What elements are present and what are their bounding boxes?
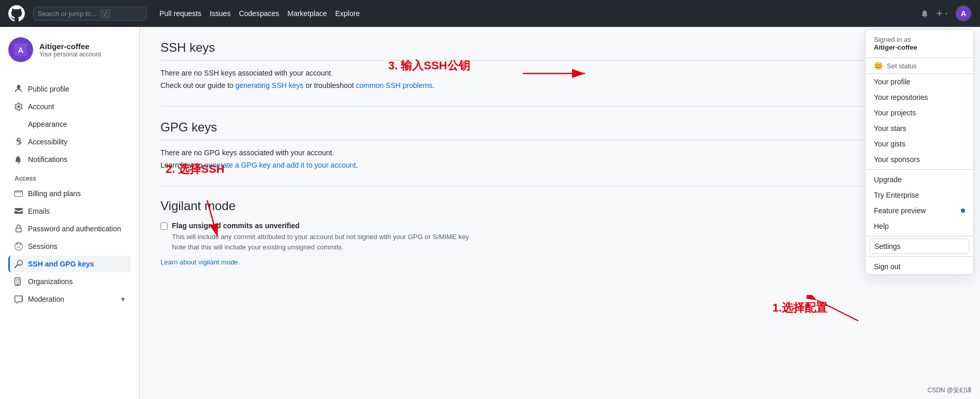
sidebar-item-sessions[interactable]: Sessions (8, 238, 131, 255)
divider-ssh-gpg (160, 106, 959, 107)
dropdown-username: Aitiger-coffee (874, 43, 965, 51)
dropdown-items-group1: Your profile Your repositories Your proj… (866, 74, 973, 167)
sidebar-item-password[interactable]: Password and authentication (8, 220, 131, 237)
help-item[interactable]: Help (866, 218, 973, 234)
sidebar-item-moderation[interactable]: Moderation ▾ (8, 291, 131, 307)
nav-issues[interactable]: Issues (210, 9, 230, 18)
dropdown-divider-2 (866, 236, 973, 237)
item-label: Help (874, 222, 889, 230)
sidebar-item-public-profile[interactable]: Public profile (8, 81, 131, 97)
gpg-title: GPG keys (160, 120, 217, 135)
footer-credit: CSDN @安幻译 (927, 386, 972, 395)
dropdown-header: Signed in as Aitiger-coffee (866, 29, 973, 58)
vigilant-text: Flag unsigned commits as unverified This… (172, 221, 470, 252)
sidebar-item-billing[interactable]: Billing and plans (8, 185, 131, 202)
topnav: Search or jump to... / Pull requests Iss… (0, 0, 980, 27)
vigilant-checkbox-label[interactable]: Flag unsigned commits as unverified This… (160, 221, 959, 252)
vigilant-learn: Learn about vigilant mode. (160, 258, 959, 266)
settings-item[interactable]: Settings (870, 239, 969, 254)
paintbrush-icon (14, 120, 23, 128)
vigilant-desc1: This will include any commit attributed … (172, 233, 470, 241)
organization-icon (14, 277, 23, 286)
sidebar-item-label: Billing and plans (28, 189, 81, 198)
your-gists-item[interactable]: Your gists (866, 136, 973, 152)
nav-explore[interactable]: Explore (335, 9, 360, 18)
gear-icon (14, 102, 23, 111)
github-logo[interactable] (8, 5, 25, 22)
topnav-links: Pull requests Issues Codespaces Marketpl… (159, 9, 360, 18)
sidebar-item-label: Moderation (28, 295, 64, 303)
your-projects-item[interactable]: Your projects (866, 105, 973, 121)
ssh-problems-link[interactable]: common SSH problems (356, 81, 432, 90)
key-icon (14, 260, 23, 268)
ssh-section-header: SSH keys New SSH key (160, 39, 959, 61)
sidebar-item-accessibility[interactable]: Accessibility (8, 134, 131, 150)
signed-in-label: Signed in as (874, 36, 911, 43)
ssh-guide-text: Check out our guide to generating SSH ke… (160, 81, 959, 90)
dropdown-divider-3 (866, 256, 973, 257)
sidebar-item-account[interactable]: Account (8, 98, 131, 115)
dropdown-divider-1 (866, 169, 973, 170)
your-sponsors-item[interactable]: Your sponsors (866, 152, 973, 167)
sidebar-item-emails[interactable]: Emails (8, 203, 131, 219)
search-box[interactable]: Search or jump to... / (33, 7, 147, 21)
item-label: Upgrade (874, 175, 902, 184)
user-dropdown-menu: Signed in as Aitiger-coffee 😊 Set status… (865, 29, 974, 275)
credit-card-icon (14, 189, 23, 198)
ssh-section: SSH keys New SSH key There are no SSH ke… (160, 39, 959, 90)
sidebar-item-label: Password and authentication (28, 225, 121, 233)
access-label: Access (8, 169, 131, 185)
generating-ssh-keys-link[interactable]: generating SSH keys (236, 81, 304, 90)
vigilant-section: Vigilant mode Flag unsigned commits as u… (160, 199, 959, 266)
nav-marketplace[interactable]: Marketplace (287, 9, 327, 18)
gpg-section: GPG keys New GPG key There are no GPG ke… (160, 119, 959, 169)
item-label: Your profile (874, 78, 910, 86)
chevron-down-icon: ▾ (121, 295, 125, 303)
moderation-icon (14, 295, 23, 303)
lock-icon (14, 225, 23, 233)
item-label: Your stars (874, 124, 906, 132)
sign-out-item[interactable]: Sign out (866, 259, 973, 274)
vigilant-strong: Flag unsigned commits as unverified (172, 221, 470, 230)
vigilant-title: Vigilant mode (160, 199, 959, 213)
upgrade-item[interactable]: Upgrade (866, 172, 973, 187)
generate-gpg-link[interactable]: generate a GPG key and add it to your ac… (204, 161, 356, 169)
sidebar-item-label: Public profile (28, 85, 69, 93)
sidebar: A Aitiger-coffee Your personal account P… (0, 27, 140, 399)
vigilant-checkbox-section: Flag unsigned commits as unverified This… (160, 221, 959, 266)
dropdown-items-group2: Upgrade Try Enterprise Feature preview H… (866, 172, 973, 234)
your-repositories-item[interactable]: Your repositories (866, 90, 973, 105)
try-enterprise-item[interactable]: Try Enterprise (866, 187, 973, 203)
gpg-body: There are no GPG keys associated with yo… (160, 149, 959, 169)
nav-pull-requests[interactable]: Pull requests (159, 9, 201, 18)
ssh-title: SSH keys (160, 40, 215, 55)
user-avatar[interactable]: A (955, 5, 972, 22)
item-label: Your sponsors (874, 155, 920, 164)
sidebar-item-ssh[interactable]: SSH and GPG keys (8, 256, 131, 272)
nav-codespaces[interactable]: Codespaces (239, 9, 279, 18)
set-status-item[interactable]: 😊 Set status (866, 58, 973, 74)
sidebar-item-notifications[interactable]: Notifications (8, 151, 131, 168)
plus-button[interactable] (935, 9, 949, 18)
sidebar-item-appearance[interactable]: Appearance (8, 116, 131, 132)
sidebar-item-label: Sessions (28, 242, 57, 250)
your-profile-item[interactable]: Your profile (866, 74, 973, 90)
sidebar-username: Aitiger-coffee (39, 42, 101, 51)
mail-icon (14, 207, 23, 215)
your-stars-item[interactable]: Your stars (866, 121, 973, 136)
vigilant-learn-link[interactable]: Learn about vigilant mode. (160, 258, 240, 266)
search-shortcut: / (100, 9, 110, 18)
wifi-icon (14, 242, 23, 250)
feature-preview-item[interactable]: Feature preview (866, 203, 973, 218)
vigilant-checkbox[interactable] (160, 223, 168, 230)
notifications-button[interactable] (921, 9, 929, 18)
sidebar-item-label: Account (28, 102, 54, 111)
main-content: 2. 选择SSH SSH keys New SSH key There are … (140, 27, 980, 399)
gpg-section-header: GPG keys New GPG key (160, 119, 959, 140)
bell-icon (14, 155, 23, 164)
sidebar-item-organizations[interactable]: Organizations (8, 273, 131, 290)
feature-preview-dot (961, 209, 965, 213)
divider-gpg-vigilant (160, 186, 959, 186)
smiley-icon: 😊 (874, 62, 883, 70)
ssh-body: There are no SSH keys associated with yo… (160, 69, 959, 90)
